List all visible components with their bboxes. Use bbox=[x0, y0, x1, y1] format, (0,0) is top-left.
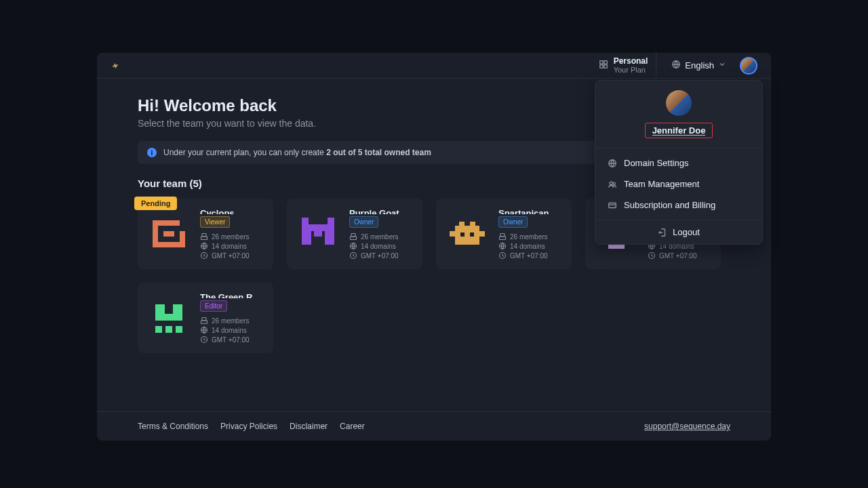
svg-rect-3 bbox=[604, 64, 607, 67]
domains-count: 14 domains bbox=[212, 327, 247, 334]
role-badge: Owner bbox=[498, 216, 528, 228]
dropdown-username[interactable]: Jennifer Doe bbox=[645, 123, 713, 138]
svg-rect-1 bbox=[604, 60, 607, 63]
svg-rect-42 bbox=[155, 304, 165, 314]
user-dropdown: Jennifer Doe Domain Settings Team Manage… bbox=[595, 80, 763, 245]
timezone: GMT +07:00 bbox=[212, 252, 250, 260]
globe-icon bbox=[608, 159, 617, 168]
svg-rect-47 bbox=[176, 326, 182, 333]
clock-icon bbox=[200, 336, 208, 344]
svg-rect-21 bbox=[351, 237, 357, 240]
support-email[interactable]: support@sequence.day bbox=[644, 422, 730, 431]
clock-icon bbox=[498, 251, 507, 260]
svg-rect-48 bbox=[202, 318, 206, 321]
timezone: GMT +07:00 bbox=[212, 336, 250, 344]
svg-point-54 bbox=[613, 182, 616, 185]
chevron-down-icon bbox=[718, 60, 726, 70]
clock-icon bbox=[200, 251, 208, 260]
svg-rect-20 bbox=[351, 234, 355, 237]
svg-rect-43 bbox=[173, 304, 182, 314]
team-name: The Green Robo bbox=[200, 292, 264, 298]
svg-rect-0 bbox=[599, 60, 602, 63]
footer-link-privacy[interactable]: Privacy Policies bbox=[220, 422, 277, 431]
language-label: English bbox=[685, 60, 714, 70]
team-card[interactable]: Purple Goat Owner 26 members 14 domains … bbox=[287, 199, 422, 269]
members-icon bbox=[498, 232, 507, 241]
pending-badge: Pending bbox=[134, 197, 177, 210]
plan-subtitle: Your Plan bbox=[614, 66, 648, 75]
menu-team-management[interactable]: Team Management bbox=[595, 174, 762, 195]
team-name: Spartanican bbox=[498, 208, 549, 214]
grid-icon bbox=[599, 60, 608, 72]
svg-rect-27 bbox=[459, 222, 465, 227]
svg-rect-32 bbox=[500, 237, 506, 240]
banner-text: Under your current plan, you can only cr… bbox=[163, 148, 431, 157]
language-selector[interactable]: English bbox=[665, 56, 733, 75]
footer: Terms & Conditions Privacy Policies Disc… bbox=[97, 411, 771, 441]
svg-rect-17 bbox=[302, 231, 311, 245]
svg-rect-28 bbox=[470, 222, 475, 227]
members-count: 26 members bbox=[212, 317, 250, 325]
user-avatar[interactable] bbox=[740, 57, 757, 75]
card-icon bbox=[608, 201, 617, 210]
svg-rect-45 bbox=[155, 326, 162, 333]
team-avatar-icon bbox=[296, 212, 340, 256]
svg-rect-49 bbox=[201, 321, 208, 324]
svg-rect-44 bbox=[155, 314, 182, 321]
footer-link-career[interactable]: Career bbox=[340, 422, 365, 431]
menu-label: Subscription and Billing bbox=[624, 200, 715, 210]
svg-rect-2 bbox=[599, 64, 602, 67]
members-count: 26 members bbox=[510, 233, 548, 241]
team-card[interactable]: Pending Cyclops Viewer 26 members 14 dom… bbox=[138, 199, 273, 269]
team-name: Cyclops bbox=[200, 208, 250, 214]
domains-icon bbox=[349, 242, 357, 250]
clock-icon bbox=[349, 251, 357, 260]
menu-domain-settings[interactable]: Domain Settings bbox=[595, 152, 762, 174]
members-count: 26 members bbox=[212, 233, 250, 241]
svg-point-53 bbox=[610, 182, 612, 184]
team-avatar-icon bbox=[446, 212, 489, 256]
svg-rect-26 bbox=[455, 226, 479, 245]
users-icon bbox=[608, 180, 617, 189]
globe-icon bbox=[671, 60, 681, 71]
svg-rect-55 bbox=[609, 203, 616, 207]
svg-rect-11 bbox=[201, 237, 208, 240]
domains-count: 14 domains bbox=[212, 243, 247, 250]
menu-subscription-billing[interactable]: Subscription and Billing bbox=[595, 195, 762, 216]
timezone: GMT +07:00 bbox=[510, 252, 548, 260]
domains-icon bbox=[498, 242, 507, 250]
domains-count: 14 domains bbox=[361, 243, 396, 250]
svg-rect-9 bbox=[163, 231, 174, 237]
logout-icon bbox=[658, 228, 667, 237]
svg-rect-8 bbox=[180, 231, 185, 247]
footer-link-disclaimer[interactable]: Disclaimer bbox=[290, 422, 328, 431]
menu-logout[interactable]: Logout bbox=[595, 220, 762, 244]
svg-rect-29 bbox=[460, 232, 465, 237]
role-badge: Editor bbox=[200, 300, 227, 312]
info-icon: i bbox=[147, 148, 157, 157]
menu-label: Domain Settings bbox=[624, 158, 688, 168]
svg-rect-46 bbox=[165, 326, 172, 333]
role-badge: Viewer bbox=[200, 216, 230, 228]
clock-icon bbox=[648, 251, 656, 260]
app-logo[interactable] bbox=[111, 61, 120, 70]
team-name: Purple Goat bbox=[349, 208, 399, 214]
footer-link-terms[interactable]: Terms & Conditions bbox=[138, 422, 208, 431]
svg-rect-19 bbox=[314, 231, 322, 237]
plan-selector[interactable]: Personal Your Plan bbox=[591, 52, 657, 79]
svg-rect-16 bbox=[302, 224, 334, 231]
team-avatar-icon bbox=[147, 212, 191, 256]
svg-rect-31 bbox=[500, 234, 505, 237]
members-count: 26 members bbox=[361, 233, 399, 241]
members-icon bbox=[349, 232, 357, 241]
timezone: GMT +07:00 bbox=[361, 252, 399, 260]
topbar: Personal Your Plan English bbox=[97, 53, 771, 79]
domains-icon bbox=[200, 242, 208, 250]
role-badge: Owner bbox=[349, 216, 378, 228]
plan-name: Personal bbox=[614, 56, 648, 66]
svg-rect-14 bbox=[302, 218, 309, 224]
svg-rect-18 bbox=[325, 231, 334, 245]
team-card[interactable]: Spartanican Owner 26 members 14 domains … bbox=[436, 199, 572, 269]
team-card[interactable]: The Green Robo Editor 26 members 14 doma… bbox=[138, 283, 273, 353]
menu-label: Team Management bbox=[624, 179, 699, 189]
